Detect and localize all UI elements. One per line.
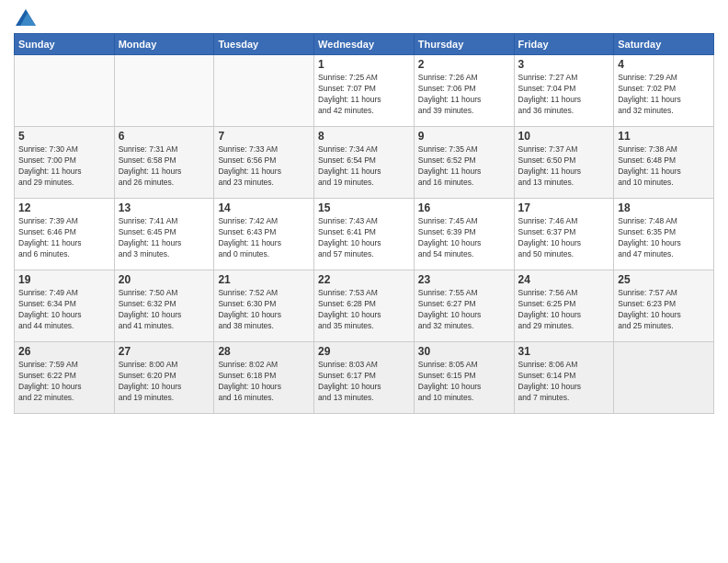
calendar-cell: 15Sunrise: 7:43 AM Sunset: 6:41 PM Dayli… (314, 199, 415, 270)
weekday-header-monday: Monday (114, 34, 214, 55)
day-info: Sunrise: 7:35 AM Sunset: 6:52 PM Dayligh… (418, 144, 510, 189)
day-info: Sunrise: 7:29 AM Sunset: 7:02 PM Dayligh… (618, 73, 710, 117)
day-info: Sunrise: 8:05 AM Sunset: 6:15 PM Dayligh… (418, 360, 510, 404)
day-info: Sunrise: 7:52 AM Sunset: 6:30 PM Dayligh… (218, 288, 310, 332)
weekday-header-tuesday: Tuesday (214, 34, 314, 55)
calendar-cell: 4Sunrise: 7:29 AM Sunset: 7:02 PM Daylig… (614, 55, 714, 127)
calendar-cell: 12Sunrise: 7:39 AM Sunset: 6:46 PM Dayli… (15, 199, 115, 270)
day-number: 27 (119, 345, 210, 358)
day-number: 24 (518, 273, 610, 286)
day-number: 5 (18, 130, 110, 143)
week-row-5: 26Sunrise: 7:59 AM Sunset: 6:22 PM Dayli… (15, 342, 714, 414)
weekday-header-saturday: Saturday (614, 34, 714, 55)
calendar-cell: 26Sunrise: 7:59 AM Sunset: 6:22 PM Dayli… (15, 342, 115, 414)
week-row-3: 12Sunrise: 7:39 AM Sunset: 6:46 PM Dayli… (15, 199, 714, 270)
calendar-cell: 25Sunrise: 7:57 AM Sunset: 6:23 PM Dayli… (614, 270, 714, 342)
calendar-cell: 13Sunrise: 7:41 AM Sunset: 6:45 PM Dayli… (114, 199, 214, 270)
calendar-cell: 2Sunrise: 7:26 AM Sunset: 7:06 PM Daylig… (414, 55, 514, 127)
calendar-cell: 22Sunrise: 7:53 AM Sunset: 6:28 PM Dayli… (314, 270, 415, 342)
day-number: 19 (18, 273, 110, 286)
weekday-header-wednesday: Wednesday (314, 34, 415, 55)
calendar-cell: 1Sunrise: 7:25 AM Sunset: 7:07 PM Daylig… (314, 55, 415, 127)
day-info: Sunrise: 7:33 AM Sunset: 6:56 PM Dayligh… (218, 144, 310, 189)
day-info: Sunrise: 7:31 AM Sunset: 6:58 PM Dayligh… (119, 144, 210, 189)
day-info: Sunrise: 8:00 AM Sunset: 6:20 PM Dayligh… (119, 360, 210, 404)
weekday-header-sunday: Sunday (15, 34, 115, 55)
day-info: Sunrise: 8:03 AM Sunset: 6:17 PM Dayligh… (318, 360, 410, 404)
day-info: Sunrise: 7:25 AM Sunset: 7:07 PM Dayligh… (318, 73, 410, 117)
day-number: 28 (218, 345, 310, 358)
calendar-cell: 8Sunrise: 7:34 AM Sunset: 6:54 PM Daylig… (314, 127, 415, 199)
day-info: Sunrise: 7:38 AM Sunset: 6:48 PM Dayligh… (618, 144, 710, 189)
calendar-cell: 3Sunrise: 7:27 AM Sunset: 7:04 PM Daylig… (514, 55, 614, 127)
page-header (14, 9, 714, 26)
logo-icon (16, 9, 36, 26)
day-number: 30 (418, 345, 510, 358)
calendar-cell: 5Sunrise: 7:30 AM Sunset: 7:00 PM Daylig… (15, 127, 115, 199)
week-row-2: 5Sunrise: 7:30 AM Sunset: 7:00 PM Daylig… (15, 127, 714, 199)
calendar-cell: 20Sunrise: 7:50 AM Sunset: 6:32 PM Dayli… (114, 270, 214, 342)
day-number: 12 (18, 201, 110, 214)
day-info: Sunrise: 8:02 AM Sunset: 6:18 PM Dayligh… (218, 360, 310, 404)
calendar-cell: 11Sunrise: 7:38 AM Sunset: 6:48 PM Dayli… (614, 127, 714, 199)
day-number: 9 (418, 130, 510, 143)
day-info: Sunrise: 7:49 AM Sunset: 6:34 PM Dayligh… (18, 288, 110, 332)
day-number: 29 (318, 345, 410, 358)
day-number: 1 (318, 58, 410, 71)
calendar-cell: 16Sunrise: 7:45 AM Sunset: 6:39 PM Dayli… (414, 199, 514, 270)
day-info: Sunrise: 8:06 AM Sunset: 6:14 PM Dayligh… (518, 360, 610, 404)
day-number: 22 (318, 273, 410, 286)
calendar-cell: 29Sunrise: 8:03 AM Sunset: 6:17 PM Dayli… (314, 342, 415, 414)
day-info: Sunrise: 7:43 AM Sunset: 6:41 PM Dayligh… (318, 216, 410, 260)
day-number: 2 (418, 58, 510, 71)
weekday-header-friday: Friday (514, 34, 614, 55)
calendar-cell: 9Sunrise: 7:35 AM Sunset: 6:52 PM Daylig… (414, 127, 514, 199)
week-row-4: 19Sunrise: 7:49 AM Sunset: 6:34 PM Dayli… (15, 270, 714, 342)
calendar-table: SundayMondayTuesdayWednesdayThursdayFrid… (14, 33, 714, 414)
calendar-cell: 6Sunrise: 7:31 AM Sunset: 6:58 PM Daylig… (114, 127, 214, 199)
day-number: 6 (119, 130, 210, 143)
day-number: 31 (518, 345, 610, 358)
day-number: 26 (18, 345, 110, 358)
week-row-1: 1Sunrise: 7:25 AM Sunset: 7:07 PM Daylig… (15, 55, 714, 127)
day-info: Sunrise: 7:27 AM Sunset: 7:04 PM Dayligh… (518, 73, 610, 117)
calendar-cell: 28Sunrise: 8:02 AM Sunset: 6:18 PM Dayli… (214, 342, 314, 414)
calendar-cell: 7Sunrise: 7:33 AM Sunset: 6:56 PM Daylig… (214, 127, 314, 199)
day-info: Sunrise: 7:50 AM Sunset: 6:32 PM Dayligh… (119, 288, 210, 332)
day-info: Sunrise: 7:59 AM Sunset: 6:22 PM Dayligh… (18, 360, 110, 404)
day-number: 14 (218, 201, 310, 214)
day-info: Sunrise: 7:39 AM Sunset: 6:46 PM Dayligh… (18, 216, 110, 260)
day-info: Sunrise: 7:57 AM Sunset: 6:23 PM Dayligh… (618, 288, 710, 332)
logo (14, 9, 36, 26)
day-number: 25 (618, 273, 710, 286)
day-info: Sunrise: 7:45 AM Sunset: 6:39 PM Dayligh… (418, 216, 510, 260)
calendar-cell: 17Sunrise: 7:46 AM Sunset: 6:37 PM Dayli… (514, 199, 614, 270)
day-info: Sunrise: 7:53 AM Sunset: 6:28 PM Dayligh… (318, 288, 410, 332)
calendar-cell: 18Sunrise: 7:48 AM Sunset: 6:35 PM Dayli… (614, 199, 714, 270)
day-info: Sunrise: 7:48 AM Sunset: 6:35 PM Dayligh… (618, 216, 710, 260)
day-number: 3 (518, 58, 610, 71)
day-info: Sunrise: 7:56 AM Sunset: 6:25 PM Dayligh… (518, 288, 610, 332)
day-info: Sunrise: 7:37 AM Sunset: 6:50 PM Dayligh… (518, 144, 610, 189)
day-number: 8 (318, 130, 410, 143)
day-number: 20 (119, 273, 210, 286)
calendar-cell (15, 55, 115, 127)
calendar-cell: 19Sunrise: 7:49 AM Sunset: 6:34 PM Dayli… (15, 270, 115, 342)
weekday-header-thursday: Thursday (414, 34, 514, 55)
day-number: 23 (418, 273, 510, 286)
calendar-cell: 21Sunrise: 7:52 AM Sunset: 6:30 PM Dayli… (214, 270, 314, 342)
day-number: 10 (518, 130, 610, 143)
calendar-cell (614, 342, 714, 414)
calendar-cell: 27Sunrise: 8:00 AM Sunset: 6:20 PM Dayli… (114, 342, 214, 414)
day-info: Sunrise: 7:30 AM Sunset: 7:00 PM Dayligh… (18, 144, 110, 189)
day-number: 16 (418, 201, 510, 214)
day-number: 7 (218, 130, 310, 143)
day-info: Sunrise: 7:46 AM Sunset: 6:37 PM Dayligh… (518, 216, 610, 260)
day-number: 13 (119, 201, 210, 214)
day-info: Sunrise: 7:34 AM Sunset: 6:54 PM Dayligh… (318, 144, 410, 189)
day-number: 18 (618, 201, 710, 214)
day-number: 11 (618, 130, 710, 143)
page-container: SundayMondayTuesdayWednesdayThursdayFrid… (0, 0, 728, 423)
day-info: Sunrise: 7:41 AM Sunset: 6:45 PM Dayligh… (119, 216, 210, 260)
calendar-cell: 23Sunrise: 7:55 AM Sunset: 6:27 PM Dayli… (414, 270, 514, 342)
